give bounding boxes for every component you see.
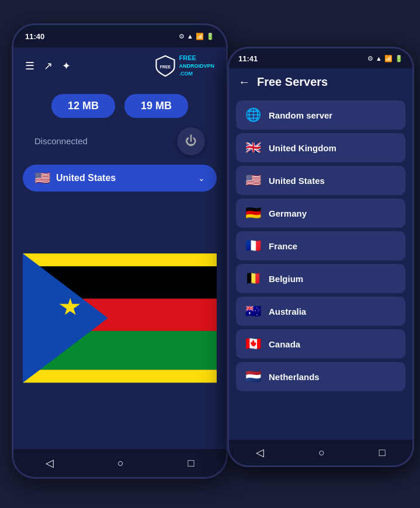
server-flag-icon: 🇺🇸 [244, 173, 262, 188]
phone1-body: 12 MB 19 MB Disconnected ⏻ 🇺🇸 United Sta… [13, 85, 226, 449]
server-item[interactable]: 🇧🇪Belgium [236, 264, 405, 293]
header-left-icons: ☰ ↗ ✦ [25, 60, 71, 72]
back-button[interactable]: ← [238, 75, 250, 89]
selected-country-name: United States [56, 173, 192, 183]
server-flag-icon: 🇦🇺 [244, 304, 262, 319]
server-item[interactable]: 🇺🇸United States [236, 166, 405, 195]
phone1-main-app: 11:40 ⚙ ▲ 📶 🔋 ☰ ↗ ✦ FREE FREE ANDROIDVPN… [12, 23, 228, 479]
signal-icon: ▲ [187, 33, 193, 40]
p2-wifi-icon: 📶 [384, 55, 393, 62]
stats-row: 12 MB 19 MB [23, 94, 217, 118]
server-flag-icon: 🇬🇧 [244, 140, 262, 155]
chevron-down-icon: ⌄ [198, 173, 205, 183]
phone1-header: ☰ ↗ ✦ FREE FREE ANDROIDVPN .COM [13, 47, 226, 85]
selected-country-flag: 🇺🇸 [34, 171, 50, 186]
battery-icon: 🔋 [206, 33, 214, 40]
recents-nav-button[interactable]: □ [181, 454, 201, 473]
server-item[interactable]: 🌐Random server [236, 100, 405, 130]
server-flag-icon: 🇩🇪 [244, 206, 262, 221]
p2-settings-icon: ⚙ [367, 55, 373, 62]
server-flag-icon: 🇨🇦 [244, 336, 262, 352]
server-name-label: Canada [269, 339, 300, 349]
server-name-label: Netherlands [269, 372, 320, 382]
server-list-title: Free Servers [257, 75, 328, 89]
share-icon[interactable]: ↗ [44, 60, 53, 72]
p2-home-nav-button[interactable]: ○ [311, 443, 332, 462]
home-nav-button[interactable]: ○ [110, 454, 131, 473]
server-item[interactable]: 🇳🇱Netherlands [236, 362, 405, 391]
phone2-status-bar: 11:41 ⚙ ▲ 📶 🔋 [229, 48, 412, 68]
p2-battery-icon: 🔋 [395, 55, 403, 62]
p2-recents-nav-button[interactable]: □ [372, 443, 393, 462]
country-flag-display [23, 196, 217, 440]
phone2-time: 11:41 [238, 54, 258, 63]
phone1-nav-bar: ◁ ○ □ [13, 449, 226, 477]
svg-rect-1 [23, 253, 217, 266]
disconnect-row: Disconnected ⏻ [23, 127, 217, 155]
star-icon[interactable]: ✦ [62, 60, 71, 72]
logo-text: FREE ANDROIDVPN .COM [179, 54, 214, 78]
back-nav-button[interactable]: ◁ [39, 453, 61, 473]
server-name-label: United Kingdom [269, 143, 336, 153]
server-flag-icon: 🇫🇷 [244, 238, 262, 253]
download-stat: 19 MB [124, 94, 188, 118]
server-item[interactable]: 🇫🇷France [236, 231, 405, 260]
upload-stat: 12 MB [51, 94, 115, 118]
server-name-label: Random server [269, 110, 332, 120]
server-item[interactable]: 🇨🇦Canada [236, 329, 405, 359]
phone2-server-list: 11:41 ⚙ ▲ 📶 🔋 ← Free Servers 🌐Random ser… [227, 47, 414, 467]
p2-signal-icon: ▲ [376, 55, 382, 62]
svg-text:FREE: FREE [160, 65, 171, 69]
server-name-label: Australia [269, 307, 306, 316]
phone1-status-icons: ⚙ ▲ 📶 🔋 [179, 33, 214, 40]
disconnect-label: Disconnected [34, 136, 88, 146]
settings-icon: ⚙ [179, 33, 185, 40]
country-selector[interactable]: 🇺🇸 United States ⌄ [23, 165, 217, 192]
phone1-status-bar: 11:40 ⚙ ▲ 📶 🔋 [13, 25, 226, 47]
phone2-nav-bar: ◁ ○ □ [229, 440, 412, 465]
svg-rect-5 [23, 370, 217, 382]
server-item[interactable]: 🇦🇺Australia [236, 297, 405, 326]
server-item[interactable]: 🇩🇪Germany [236, 199, 405, 228]
p2-back-nav-button[interactable]: ◁ [249, 443, 271, 462]
menu-icon[interactable]: ☰ [25, 60, 34, 72]
server-name-label: United States [269, 176, 325, 186]
server-name-label: France [269, 241, 297, 251]
power-icon: ⏻ [185, 134, 197, 148]
shield-logo-icon: FREE [154, 55, 176, 77]
south-sudan-flag-svg [23, 196, 217, 440]
server-flag-icon: 🇳🇱 [244, 369, 262, 384]
phone1-time: 11:40 [25, 32, 44, 41]
app-logo: FREE FREE ANDROIDVPN .COM [154, 54, 214, 78]
server-flag-icon: 🌐 [244, 107, 262, 123]
phone2-status-icons: ⚙ ▲ 📶 🔋 [367, 55, 403, 62]
server-name-label: Belgium [269, 274, 303, 284]
server-item[interactable]: 🇬🇧United Kingdom [236, 133, 405, 162]
server-list: 🌐Random server🇬🇧United Kingdom🇺🇸United S… [229, 96, 412, 440]
phone2-header: ← Free Servers [229, 68, 412, 96]
server-name-label: Germany [269, 208, 307, 218]
wifi-icon: 📶 [196, 33, 204, 40]
power-button[interactable]: ⏻ [177, 127, 205, 155]
server-flag-icon: 🇧🇪 [244, 271, 262, 286]
